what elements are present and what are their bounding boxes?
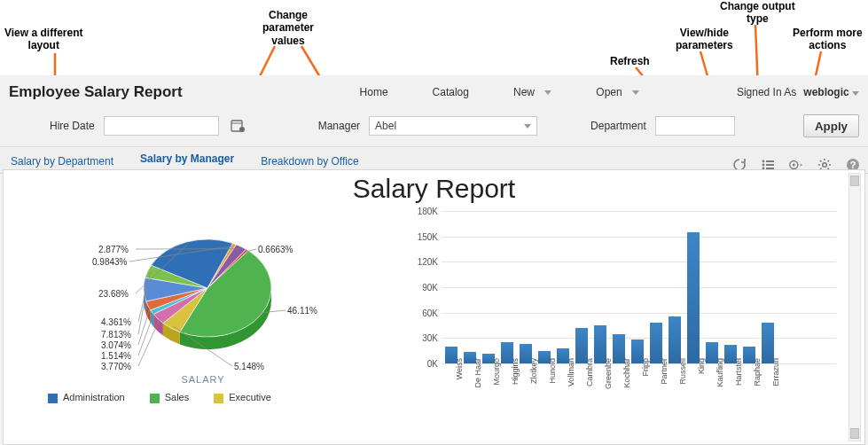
nav-home[interactable]: Home bbox=[360, 86, 388, 98]
annot-output: Change output type bbox=[720, 0, 795, 26]
svg-point-12 bbox=[762, 164, 765, 167]
svg-rect-11 bbox=[766, 160, 774, 162]
manager-label: Manager bbox=[318, 120, 360, 132]
pie-axis-title: SALARY bbox=[12, 374, 394, 385]
x-tick-label: Hunold bbox=[548, 358, 557, 384]
x-tick-label: Russell bbox=[678, 358, 687, 385]
pie-slice-label: 7.813% bbox=[101, 330, 131, 340]
department-input[interactable] bbox=[655, 116, 735, 136]
svg-line-26 bbox=[828, 160, 830, 162]
signed-in-as: Signed In As weblogic bbox=[737, 86, 859, 98]
bar bbox=[687, 232, 700, 363]
svg-point-17 bbox=[793, 164, 795, 167]
svg-rect-13 bbox=[766, 164, 774, 166]
bar-chart: 0K30K60K90K120K150K180KWeissDe HaarMourg… bbox=[403, 204, 856, 405]
report-title: Employee Salary Report bbox=[9, 83, 183, 101]
pie-slice-label: 23.68% bbox=[98, 289, 129, 299]
x-tick-label: Kaufling bbox=[716, 358, 724, 387]
report-content: Salary Report 46.11%5.148%3.770%1.514%3.… bbox=[3, 169, 865, 445]
x-tick-label: Fripp bbox=[641, 358, 650, 377]
nav-catalog[interactable]: Catalog bbox=[433, 86, 469, 98]
y-tick-label: 30K bbox=[403, 333, 438, 343]
pie-slice-label: 2.877% bbox=[98, 245, 129, 254]
parameter-bar: Hire Date Manager Abel Department Apply bbox=[0, 109, 868, 147]
pie-slice-label: 46.11% bbox=[287, 306, 317, 316]
x-tick-label: Hartstei bbox=[734, 358, 743, 386]
x-tick-label: Cambra bbox=[585, 358, 594, 386]
manager-select[interactable]: Abel bbox=[369, 116, 537, 136]
pie-slice-label: 1.514% bbox=[101, 351, 131, 361]
annot-viewhide: View/hide parameters bbox=[676, 27, 733, 52]
x-tick-label: Errazuri bbox=[771, 358, 780, 386]
chevron-down-icon bbox=[544, 90, 551, 95]
pie-slice-label: 3.074% bbox=[101, 340, 131, 350]
y-tick-label: 150K bbox=[403, 231, 438, 241]
x-tick-label: Higgins bbox=[511, 358, 520, 385]
pie-slice-label: 4.361% bbox=[101, 317, 131, 327]
pie-chart: 46.11%5.148%3.770%1.514%3.074%7.813%4.36… bbox=[12, 204, 394, 405]
x-tick-label: Zlotkey bbox=[529, 358, 538, 384]
apply-button[interactable]: Apply bbox=[803, 114, 859, 137]
chevron-down-icon bbox=[632, 90, 639, 95]
annot-refresh: Refresh bbox=[610, 55, 650, 67]
annot-more: Perform more actions bbox=[793, 27, 863, 52]
app-window: Employee Salary Report Home Catalog New … bbox=[0, 75, 868, 445]
department-label: Department bbox=[590, 120, 646, 132]
x-tick-label: Weiss bbox=[455, 358, 464, 379]
svg-point-9 bbox=[239, 127, 245, 132]
x-tick-label: De Haar bbox=[473, 358, 482, 388]
svg-line-23 bbox=[820, 160, 822, 162]
calendar-icon[interactable] bbox=[228, 116, 247, 136]
y-tick-label: 60K bbox=[403, 308, 438, 317]
hire-date-input[interactable] bbox=[104, 116, 219, 136]
legend-exec: Executive bbox=[214, 392, 271, 403]
nav-new[interactable]: New bbox=[513, 86, 551, 98]
chart-title: Salary Report bbox=[4, 174, 864, 204]
y-tick-label: 180K bbox=[403, 207, 438, 216]
hire-date-label: Hire Date bbox=[50, 120, 95, 132]
y-tick-label: 90K bbox=[403, 283, 438, 293]
x-tick-label: Kochhar bbox=[622, 358, 631, 388]
legend-sales: Sales bbox=[150, 392, 190, 403]
nav-open[interactable]: Open bbox=[596, 86, 639, 98]
pie-slice-label: 5.148% bbox=[234, 362, 264, 371]
pie-chart-canvas bbox=[137, 226, 278, 359]
pie-slice-label: 3.770% bbox=[101, 362, 131, 371]
annot-params: Change parameter values bbox=[262, 9, 314, 47]
annot-layout: View a different layout bbox=[4, 27, 82, 52]
svg-point-18 bbox=[823, 163, 827, 168]
y-tick-label: 120K bbox=[403, 257, 438, 267]
pie-slice-label: 0.6663% bbox=[258, 245, 293, 254]
x-tick-label: Greenbe bbox=[604, 358, 613, 389]
pie-legend: Administration Sales Executive bbox=[12, 385, 394, 405]
x-tick-label: Raphae bbox=[753, 358, 762, 386]
chevron-down-icon bbox=[524, 124, 531, 129]
legend-admin: Administration bbox=[48, 392, 125, 403]
x-tick-label: Vollman bbox=[567, 358, 575, 386]
x-tick-label: King bbox=[697, 358, 706, 374]
chevron-down-icon bbox=[852, 91, 859, 96]
pie-slice-label: 0.9843% bbox=[92, 257, 127, 267]
current-user[interactable]: weblogic bbox=[803, 86, 859, 98]
x-tick-label: Partner bbox=[660, 358, 669, 385]
top-nav: Home Catalog New Open bbox=[209, 86, 728, 98]
title-bar: Employee Salary Report Home Catalog New … bbox=[0, 75, 868, 109]
bar bbox=[669, 316, 681, 363]
y-tick-label: 0K bbox=[403, 359, 438, 369]
svg-point-10 bbox=[762, 160, 765, 163]
x-tick-label: Mourgo bbox=[492, 358, 501, 386]
